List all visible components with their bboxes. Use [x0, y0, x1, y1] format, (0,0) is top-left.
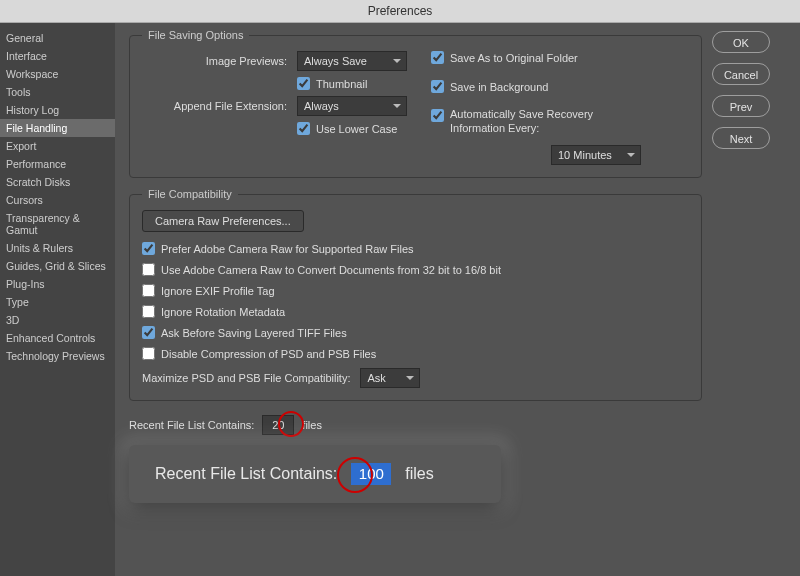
thumbnail-checkbox[interactable]: Thumbnail	[297, 77, 367, 90]
maximize-compat-label: Maximize PSD and PSB File Compatibility:	[142, 372, 350, 384]
main-panel: File Saving Options Image Previews: Alwa…	[115, 23, 712, 576]
sidebar-item-cursors[interactable]: Cursors	[0, 191, 115, 209]
sidebar-item-performance[interactable]: Performance	[0, 155, 115, 173]
cancel-button[interactable]: Cancel	[712, 63, 770, 85]
camera-raw-preferences-button[interactable]: Camera Raw Preferences...	[142, 210, 304, 232]
sidebar-item-scratch-disks[interactable]: Scratch Disks	[0, 173, 115, 191]
image-previews-label: Image Previews:	[142, 55, 287, 67]
save-background-checkbox[interactable]: Save in Background	[431, 80, 548, 93]
thumbnail-label: Thumbnail	[316, 78, 367, 90]
next-button[interactable]: Next	[712, 127, 770, 149]
file-compatibility-fieldset: File Compatibility Camera Raw Preference…	[129, 188, 702, 401]
save-original-checkbox[interactable]: Save As to Original Folder	[431, 51, 578, 64]
sidebar-item-units-rulers[interactable]: Units & Rulers	[0, 239, 115, 257]
sidebar-item-plug-ins[interactable]: Plug-Ins	[0, 275, 115, 293]
ok-button[interactable]: OK	[712, 31, 770, 53]
sidebar-item-export[interactable]: Export	[0, 137, 115, 155]
sidebar-item-file-handling[interactable]: File Handling	[0, 119, 115, 137]
compat-option-label: Ask Before Saving Layered TIFF Files	[161, 327, 347, 339]
compat-option-label: Ignore EXIF Profile Tag	[161, 285, 275, 297]
sidebar-item-enhanced-controls[interactable]: Enhanced Controls	[0, 329, 115, 347]
compat-option-1[interactable]: Use Adobe Camera Raw to Convert Document…	[142, 263, 689, 276]
compat-option-label: Use Adobe Camera Raw to Convert Document…	[161, 264, 501, 276]
dialog-buttons: OK Cancel Prev Next	[712, 23, 800, 576]
recent-file-suffix: files	[302, 419, 322, 431]
prev-button[interactable]: Prev	[712, 95, 770, 117]
compat-option-2[interactable]: Ignore EXIF Profile Tag	[142, 284, 689, 297]
sidebar-item-technology-previews[interactable]: Technology Previews	[0, 347, 115, 365]
compat-option-4[interactable]: Ask Before Saving Layered TIFF Files	[142, 326, 689, 339]
append-ext-select[interactable]: Always	[297, 96, 407, 116]
image-previews-select[interactable]: Always Save	[297, 51, 407, 71]
sidebar-item-general[interactable]: General	[0, 29, 115, 47]
auto-recovery-interval-select[interactable]: 10 Minutes	[551, 145, 641, 165]
sidebar-item-transparency-gamut[interactable]: Transparency & Gamut	[0, 209, 115, 239]
sidebar-item-tools[interactable]: Tools	[0, 83, 115, 101]
recent-file-count-input[interactable]	[262, 415, 294, 435]
recent-file-row: Recent File List Contains: files	[129, 415, 702, 435]
compat-option-label: Ignore Rotation Metadata	[161, 306, 285, 318]
compat-option-3[interactable]: Ignore Rotation Metadata	[142, 305, 689, 318]
recent-file-label: Recent File List Contains:	[129, 419, 254, 431]
maximize-compat-select[interactable]: Ask	[360, 368, 420, 388]
sidebar-item-3d[interactable]: 3D	[0, 311, 115, 329]
callout-value: 100	[351, 463, 391, 485]
window-titlebar: Preferences	[0, 0, 800, 23]
file-saving-fieldset: File Saving Options Image Previews: Alwa…	[129, 29, 702, 178]
file-compatibility-legend: File Compatibility	[142, 188, 238, 200]
compat-option-0[interactable]: Prefer Adobe Camera Raw for Supported Ra…	[142, 242, 689, 255]
lowercase-checkbox[interactable]: Use Lower Case	[297, 122, 397, 135]
lowercase-label: Use Lower Case	[316, 123, 397, 135]
sidebar-item-history-log[interactable]: History Log	[0, 101, 115, 119]
sidebar-item-workspace[interactable]: Workspace	[0, 65, 115, 83]
recent-file-callout: Recent File List Contains: 100 files	[129, 445, 501, 503]
auto-recovery-label: Automatically Save Recovery Information …	[450, 107, 635, 135]
append-ext-label: Append File Extension:	[142, 100, 287, 112]
callout-suffix: files	[405, 465, 433, 483]
auto-recovery-checkbox[interactable]: Automatically Save Recovery Information …	[431, 107, 635, 135]
save-background-label: Save in Background	[450, 81, 548, 93]
compat-option-label: Disable Compression of PSD and PSB Files	[161, 348, 376, 360]
sidebar-item-guides-grid-slices[interactable]: Guides, Grid & Slices	[0, 257, 115, 275]
sidebar-item-interface[interactable]: Interface	[0, 47, 115, 65]
save-original-label: Save As to Original Folder	[450, 52, 578, 64]
compat-option-label: Prefer Adobe Camera Raw for Supported Ra…	[161, 243, 414, 255]
compat-option-5[interactable]: Disable Compression of PSD and PSB Files	[142, 347, 689, 360]
preferences-sidebar: GeneralInterfaceWorkspaceToolsHistory Lo…	[0, 23, 115, 576]
callout-label: Recent File List Contains:	[155, 465, 337, 483]
file-saving-legend: File Saving Options	[142, 29, 249, 41]
sidebar-item-type[interactable]: Type	[0, 293, 115, 311]
